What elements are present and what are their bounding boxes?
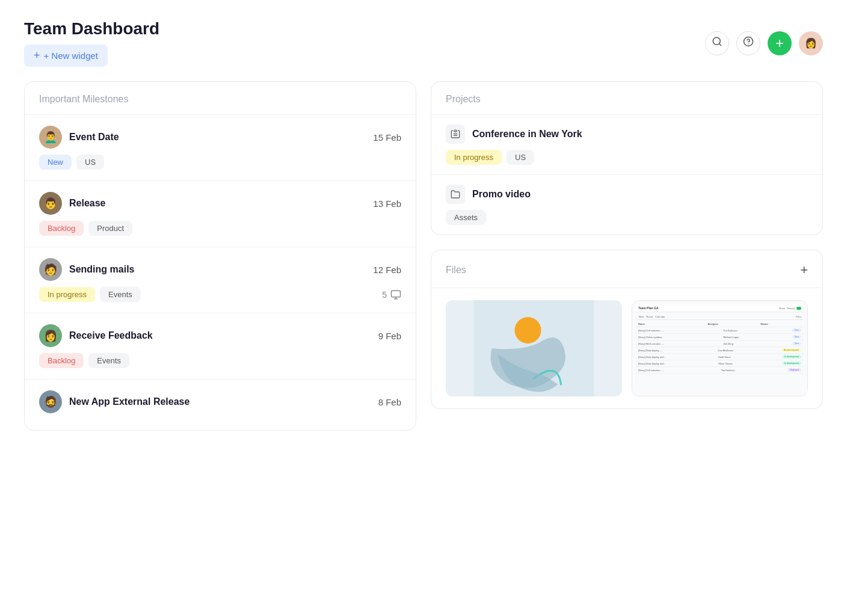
milestone-item: 👨 Release 13 Feb Backlog Product: [25, 181, 416, 247]
milestone-tags: In progress Events 5: [39, 287, 401, 302]
project-tags: In progress US: [446, 150, 808, 165]
milestone-name: New App External Release: [69, 396, 189, 407]
abstract-art: [446, 300, 622, 396]
milestone-date: 12 Feb: [373, 265, 401, 275]
project-name-row: Conference in New York: [446, 125, 808, 144]
tag-us[interactable]: US: [507, 150, 534, 165]
milestone-item: 👩 Receive Feedback 9 Feb Backlog Events: [25, 313, 416, 380]
milestone-name: Event Date: [69, 132, 119, 143]
milestone-row-top: 👨 Release 13 Feb: [39, 192, 401, 215]
new-widget-button[interactable]: + + New widget: [24, 45, 108, 67]
milestone-date: 13 Feb: [373, 199, 401, 209]
project-name: Conference in New York: [472, 129, 582, 140]
milestone-item: 🧑 Sending mails 12 Feb In progress Event…: [25, 247, 416, 313]
svg-point-11: [515, 317, 541, 343]
project-name-row: Promo video: [446, 185, 808, 204]
tag-backlog[interactable]: Backlog: [39, 353, 84, 368]
milestone-name: Sending mails: [69, 264, 134, 275]
tag-inprogress[interactable]: In progress: [39, 287, 95, 302]
page-header: Team Dashboard + + New widget: [24, 19, 823, 67]
milestone-item: 👨‍🦱 Event Date 15 Feb New US: [25, 115, 416, 181]
milestone-tags: New US: [39, 155, 401, 170]
add-button[interactable]: +: [768, 31, 792, 55]
projects-card: Projects Conference in New York: [431, 81, 823, 235]
milestone-row-top: 🧔 New App External Release 8 Feb: [39, 390, 401, 413]
svg-rect-7: [454, 130, 457, 132]
tag-assets[interactable]: Assets: [446, 210, 486, 225]
header-right: + 👩: [705, 31, 823, 55]
milestone-name-group: 🧔 New App External Release: [39, 390, 189, 413]
avatar: 🧔: [39, 390, 62, 413]
milestone-date: 9 Feb: [378, 331, 401, 341]
project-item: Promo video Assets: [431, 175, 822, 235]
mini-screenshot-content: Team Plan GA Share Search Table Board: [632, 301, 807, 396]
tag-new[interactable]: New: [39, 155, 72, 170]
projects-title: Projects: [446, 94, 808, 105]
project-icon-folder: [446, 185, 465, 204]
avatar: 👨‍🦱: [39, 126, 62, 149]
tag-us[interactable]: US: [76, 155, 104, 170]
project-tags: Assets: [446, 210, 808, 225]
tag-product[interactable]: Product: [88, 221, 132, 236]
milestone-date: 15 Feb: [373, 132, 401, 143]
main-grid: Important Milestones 👨‍🦱 Event Date 15 F…: [24, 81, 823, 431]
milestone-tags: Backlog Product: [39, 221, 401, 236]
files-header: Files +: [431, 250, 822, 288]
files-grid: Team Plan GA Share Search Table Board: [431, 288, 822, 408]
search-icon: [712, 36, 722, 50]
file-thumbnail-screenshot[interactable]: Team Plan GA Share Search Table Board: [632, 300, 808, 396]
milestone-row-top: 👨‍🦱 Event Date 15 Feb: [39, 126, 401, 149]
projects-header: Projects: [431, 82, 822, 115]
right-column: Projects Conference in New York: [431, 81, 823, 409]
header-left: Team Dashboard + + New widget: [24, 19, 159, 67]
avatar: 👨: [39, 192, 62, 215]
tag-events[interactable]: Events: [88, 353, 129, 368]
page-title: Team Dashboard: [24, 19, 159, 38]
milestone-name-group: 👨‍🦱 Event Date: [39, 126, 119, 149]
milestone-name: Receive Feedback: [69, 330, 153, 341]
help-icon: [743, 36, 754, 50]
milestone-row-top: 👩 Receive Feedback 9 Feb: [39, 324, 401, 347]
plus-icon: +: [34, 49, 40, 62]
project-name: Promo video: [472, 189, 531, 200]
files-card: Files +: [431, 250, 823, 409]
milestone-tags: Backlog Events: [39, 353, 401, 368]
milestones-header: Important Milestones: [25, 82, 416, 115]
new-widget-label: + New widget: [44, 51, 98, 61]
avatar: 🧑: [39, 258, 62, 281]
svg-rect-4: [392, 291, 401, 297]
milestone-row-top: 🧑 Sending mails 12 Feb: [39, 258, 401, 281]
search-button[interactable]: [705, 31, 729, 55]
milestone-name-group: 👨 Release: [39, 192, 106, 215]
files-add-button[interactable]: +: [800, 262, 808, 278]
tag-backlog[interactable]: Backlog: [39, 221, 84, 236]
milestone-extra: 5: [382, 289, 401, 300]
milestone-right: 12 Feb: [373, 265, 401, 275]
milestone-item: 🧔 New App External Release 8 Feb: [25, 380, 416, 430]
milestone-name: Release: [69, 198, 106, 209]
files-title: Files: [446, 265, 466, 276]
tag-inprogress[interactable]: In progress: [446, 150, 502, 165]
milestone-name-group: 👩 Receive Feedback: [39, 324, 153, 347]
milestone-date: 8 Feb: [378, 397, 401, 407]
milestones-card: Important Milestones 👨‍🦱 Event Date 15 F…: [24, 81, 416, 431]
user-avatar[interactable]: 👩: [799, 31, 823, 55]
help-button[interactable]: [736, 31, 760, 55]
project-icon-clipboard: [446, 125, 465, 144]
file-thumbnail-art[interactable]: [446, 300, 622, 396]
milestones-title: Important Milestones: [39, 94, 401, 105]
avatar: 👩: [39, 324, 62, 347]
svg-line-1: [719, 43, 721, 45]
milestone-name-group: 🧑 Sending mails: [39, 258, 134, 281]
project-item: Conference in New York In progress US: [431, 115, 822, 175]
tag-events[interactable]: Events: [100, 287, 141, 302]
add-icon: +: [775, 36, 784, 51]
